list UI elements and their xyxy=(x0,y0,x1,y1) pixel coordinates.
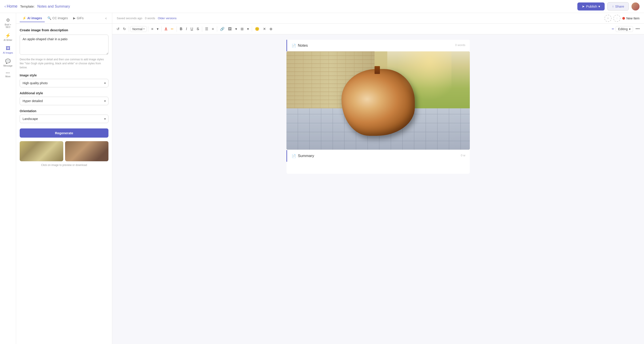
ai-generated-image[interactable] xyxy=(286,51,470,150)
text-style-value: Normal xyxy=(132,27,142,31)
orientation-label: Orientation xyxy=(20,109,108,113)
bullet-list-button[interactable]: ☰ xyxy=(204,26,210,32)
table-dropdown-button[interactable]: ▾ xyxy=(246,26,250,32)
generated-image-container[interactable] xyxy=(286,51,470,150)
publish-icon: ➤ xyxy=(582,4,585,8)
numbered-list-button[interactable]: ≡ xyxy=(210,26,215,32)
gifs-tab-label: GIFs xyxy=(77,16,84,20)
share-label: Share xyxy=(615,4,624,8)
collab-avatar-1[interactable]: + xyxy=(604,15,612,22)
toolbar-divider-3 xyxy=(162,26,162,32)
editing-icon: ✏ xyxy=(612,27,614,30)
link-button[interactable]: 🔗 xyxy=(218,26,226,32)
image-style-select-wrapper: High quality photo Illustration 3D rende… xyxy=(20,79,108,87)
additional-style-select[interactable]: Hyper detailed Minimalist Abstract xyxy=(20,97,108,105)
new-item-badge: New Item xyxy=(622,16,640,20)
chair-stem xyxy=(374,66,380,74)
editing-badge[interactable]: Editing ▾ xyxy=(616,26,633,32)
thumbnail-2[interactable] xyxy=(65,141,109,161)
image-style-select[interactable]: High quality photo Illustration 3D rende… xyxy=(20,79,108,87)
publish-button[interactable]: ➤ Publish ▾ xyxy=(577,2,605,10)
bold-button[interactable]: B xyxy=(178,26,184,32)
table-button[interactable]: ⊞ xyxy=(239,26,245,32)
tab-cc-images[interactable]: 🔍 CC images xyxy=(45,14,70,22)
additional-style-group: Additional style Hyper detailed Minimali… xyxy=(20,91,108,105)
collab-avatar-2[interactable]: ↑ xyxy=(613,15,620,22)
summary-section: 📄 Summary 0 w xyxy=(286,150,470,162)
orientation-select[interactable]: Landscape Portrait Square xyxy=(20,115,108,123)
older-versions-link[interactable]: Older versions xyxy=(158,16,177,20)
home-link[interactable]: ‹ Home xyxy=(4,4,18,9)
thumbnail-1[interactable] xyxy=(20,141,63,161)
publish-label: Publish xyxy=(586,4,597,8)
tab-ai-images[interactable]: ⚡ AI images xyxy=(20,14,45,22)
notes-section: 📄 Notes 0 words xyxy=(286,40,470,51)
publish-dropdown-arrow: ▾ xyxy=(598,4,600,8)
toolbar-more-button[interactable]: ••• xyxy=(634,25,641,32)
panel-body: Create image from description An apple-s… xyxy=(16,24,112,344)
highlight-button[interactable]: ✏ xyxy=(169,26,175,32)
topbar: ‹ Home Template: Notes and Summary ➤ Pub… xyxy=(0,0,644,13)
template-name[interactable]: Notes and Summary xyxy=(37,4,70,8)
undo-button[interactable]: ↺ xyxy=(115,26,121,32)
share-icon: ↑ xyxy=(612,4,614,8)
sidebar-label-brief-seo: Brief + SEO xyxy=(3,23,14,28)
tab-gifs[interactable]: ▶ GIFs xyxy=(70,14,86,22)
user-avatar[interactable] xyxy=(632,2,640,10)
editor-topbar: Saved seconds ago 0 words Older versions… xyxy=(112,13,644,24)
align-left-button[interactable]: ≡ xyxy=(150,26,155,32)
prompt-textarea[interactable]: An apple-shaped chair in a patio xyxy=(20,35,108,55)
share-collab-icon: ↑ xyxy=(616,16,618,20)
editor-area: Saved seconds ago 0 words Older versions… xyxy=(112,13,644,344)
sidebar-item-ai-images[interactable]: 🖼 AI Images xyxy=(1,44,15,56)
sidebar-item-ai-writer[interactable]: ⚡ AI Writer xyxy=(1,31,15,43)
sunlight-glow xyxy=(396,51,452,100)
underline-button[interactable]: U xyxy=(189,26,195,32)
summary-title: Summary xyxy=(298,154,314,158)
topbar-right: ➤ Publish ▾ ↑ Share xyxy=(577,2,640,10)
redo-button[interactable]: ↻ xyxy=(122,26,128,32)
ai-images-tab-icon: ⚡ xyxy=(22,16,26,20)
summary-title-row: 📄 Summary xyxy=(292,154,314,158)
text-style-select[interactable]: Normal ▾ xyxy=(130,26,147,32)
orientation-group: Orientation Landscape Portrait Square ▾ xyxy=(20,109,108,123)
image-style-label: Image style xyxy=(20,73,108,77)
notes-wordcount: 0 words xyxy=(455,43,465,47)
new-item-dot xyxy=(622,17,625,20)
image-dropdown-button[interactable]: ▾ xyxy=(234,26,238,32)
more-options-button[interactable]: ⊕ xyxy=(268,26,274,32)
template-prefix: Template: xyxy=(20,4,35,8)
prompt-hint: Describe the image in detail and then us… xyxy=(20,57,108,69)
strikethrough-button[interactable]: S xyxy=(195,26,201,32)
share-button[interactable]: ↑ Share xyxy=(607,2,629,10)
new-item-label: New Item xyxy=(626,16,640,20)
image-button[interactable]: 🖼 xyxy=(226,26,233,32)
summary-icon: 📄 xyxy=(292,154,296,158)
toolbar-divider-2 xyxy=(148,26,148,32)
image-thumbnails xyxy=(20,141,108,161)
image-style-group: Image style High quality photo Illustrat… xyxy=(20,73,108,87)
sidebar-item-message[interactable]: 💬 Message xyxy=(1,57,15,69)
additional-style-label: Additional style xyxy=(20,91,108,95)
toolbar-divider-7 xyxy=(252,26,252,32)
special-char-button[interactable]: ✕ xyxy=(262,26,268,32)
sidebar-item-more[interactable]: ••• More xyxy=(1,70,15,79)
align-dropdown-button[interactable]: ▾ xyxy=(155,26,160,32)
sidebar-label-more: More xyxy=(5,75,10,78)
editing-dropdown-arrow: ▾ xyxy=(629,27,630,31)
cc-images-tab-label: CC images xyxy=(52,16,68,20)
italic-button[interactable]: I xyxy=(184,26,188,32)
emoji-button[interactable]: 🙂 xyxy=(253,26,261,32)
regenerate-button[interactable]: Regenerate xyxy=(20,128,108,138)
text-color-button[interactable]: A xyxy=(163,26,169,32)
toolbar-divider-6 xyxy=(217,26,217,32)
sidebar-item-brief-seo[interactable]: ⚙ Brief + SEO xyxy=(1,16,15,30)
orientation-select-wrapper: Landscape Portrait Square ▾ xyxy=(20,115,108,123)
sidebar-label-ai-writer: AI Writer xyxy=(4,39,12,41)
notes-title: Notes xyxy=(298,43,308,48)
gear-icon: ⚙ xyxy=(6,17,10,23)
more-icon: ••• xyxy=(6,71,10,75)
sidebar-label-message: Message xyxy=(3,64,12,67)
panel-collapse-button[interactable]: ‹ xyxy=(104,15,108,21)
main-layout: ⚙ Brief + SEO ⚡ AI Writer 🖼 AI Images 💬 … xyxy=(0,13,644,344)
